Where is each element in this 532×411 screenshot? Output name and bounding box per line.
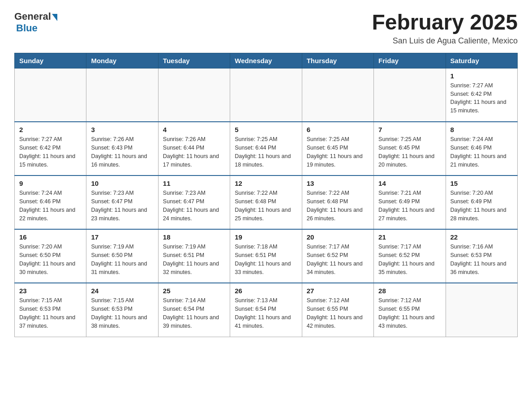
calendar-cell	[158, 68, 230, 122]
day-info: Sunrise: 7:25 AMSunset: 6:45 PMDaylight:…	[378, 135, 441, 169]
day-number: 16	[19, 233, 82, 241]
day-info: Sunrise: 7:22 AMSunset: 6:48 PMDaylight:…	[235, 189, 297, 223]
day-number: 26	[235, 287, 297, 295]
calendar-cell: 13Sunrise: 7:22 AMSunset: 6:48 PMDayligh…	[302, 176, 373, 229]
calendar-cell: 25Sunrise: 7:14 AMSunset: 6:54 PMDayligh…	[158, 283, 230, 337]
weekday-header-wednesday: Wednesday	[230, 53, 302, 68]
day-number: 5	[235, 126, 297, 133]
weekday-header-saturday: Saturday	[446, 53, 517, 68]
calendar-cell: 16Sunrise: 7:20 AMSunset: 6:50 PMDayligh…	[15, 229, 86, 283]
calendar-cell: 19Sunrise: 7:18 AMSunset: 6:51 PMDayligh…	[230, 229, 302, 283]
calendar-cell: 26Sunrise: 7:13 AMSunset: 6:54 PMDayligh…	[230, 283, 302, 337]
logo: General Blue	[14, 11, 57, 34]
day-info: Sunrise: 7:16 AMSunset: 6:53 PMDaylight:…	[450, 243, 513, 276]
day-number: 1	[450, 72, 513, 80]
month-title: February 2025	[372, 11, 518, 34]
calendar-cell	[86, 68, 158, 122]
weekday-header-monday: Monday	[86, 53, 158, 68]
day-info: Sunrise: 7:25 AMSunset: 6:44 PMDaylight:…	[235, 135, 297, 169]
day-info: Sunrise: 7:24 AMSunset: 6:46 PMDaylight:…	[450, 135, 513, 169]
calendar-cell: 18Sunrise: 7:19 AMSunset: 6:51 PMDayligh…	[158, 229, 230, 283]
calendar-cell	[302, 68, 373, 122]
day-info: Sunrise: 7:26 AMSunset: 6:44 PMDaylight:…	[163, 135, 225, 169]
logo-blue-text: Blue	[16, 22, 38, 34]
day-number: 22	[450, 233, 513, 241]
calendar-cell: 5Sunrise: 7:25 AMSunset: 6:44 PMDaylight…	[230, 122, 302, 176]
day-number: 9	[19, 180, 82, 187]
day-number: 19	[235, 233, 297, 241]
logo-arrow-icon	[52, 14, 57, 21]
day-info: Sunrise: 7:24 AMSunset: 6:46 PMDaylight:…	[19, 189, 82, 223]
day-number: 3	[91, 126, 153, 133]
calendar-cell: 22Sunrise: 7:16 AMSunset: 6:53 PMDayligh…	[446, 229, 517, 283]
day-number: 28	[378, 287, 441, 295]
calendar-cell: 8Sunrise: 7:24 AMSunset: 6:46 PMDaylight…	[446, 122, 517, 176]
day-info: Sunrise: 7:20 AMSunset: 6:50 PMDaylight:…	[19, 243, 82, 276]
calendar-cell: 1Sunrise: 7:27 AMSunset: 6:42 PMDaylight…	[446, 68, 517, 122]
day-number: 13	[307, 180, 369, 187]
day-info: Sunrise: 7:23 AMSunset: 6:47 PMDaylight:…	[91, 189, 153, 223]
calendar-cell: 12Sunrise: 7:22 AMSunset: 6:48 PMDayligh…	[230, 176, 302, 229]
calendar-cell	[230, 68, 302, 122]
day-number: 7	[378, 126, 441, 133]
calendar-cell: 11Sunrise: 7:23 AMSunset: 6:47 PMDayligh…	[158, 176, 230, 229]
calendar-cell: 4Sunrise: 7:26 AMSunset: 6:44 PMDaylight…	[158, 122, 230, 176]
calendar-cell: 14Sunrise: 7:21 AMSunset: 6:49 PMDayligh…	[374, 176, 446, 229]
day-number: 20	[307, 233, 369, 241]
day-info: Sunrise: 7:14 AMSunset: 6:54 PMDaylight:…	[163, 296, 225, 330]
calendar-cell: 10Sunrise: 7:23 AMSunset: 6:47 PMDayligh…	[86, 176, 158, 229]
day-info: Sunrise: 7:13 AMSunset: 6:54 PMDaylight:…	[235, 296, 297, 330]
day-info: Sunrise: 7:21 AMSunset: 6:49 PMDaylight:…	[378, 189, 441, 223]
calendar-cell: 17Sunrise: 7:19 AMSunset: 6:50 PMDayligh…	[86, 229, 158, 283]
calendar-cell	[446, 283, 517, 337]
day-number: 8	[450, 126, 513, 133]
calendar-cell: 27Sunrise: 7:12 AMSunset: 6:55 PMDayligh…	[302, 283, 373, 337]
weekday-header-tuesday: Tuesday	[158, 53, 230, 68]
day-number: 10	[91, 180, 153, 187]
calendar-cell: 24Sunrise: 7:15 AMSunset: 6:53 PMDayligh…	[86, 283, 158, 337]
day-info: Sunrise: 7:27 AMSunset: 6:42 PMDaylight:…	[19, 135, 82, 169]
calendar-cell: 21Sunrise: 7:17 AMSunset: 6:52 PMDayligh…	[374, 229, 446, 283]
day-number: 27	[307, 287, 369, 295]
day-number: 21	[378, 233, 441, 241]
day-info: Sunrise: 7:12 AMSunset: 6:55 PMDaylight:…	[307, 296, 369, 330]
calendar-cell: 15Sunrise: 7:20 AMSunset: 6:49 PMDayligh…	[446, 176, 517, 229]
calendar-table: SundayMondayTuesdayWednesdayThursdayFrid…	[14, 53, 518, 337]
day-number: 15	[450, 180, 513, 187]
logo-general-text: General	[14, 11, 51, 22]
day-number: 6	[307, 126, 369, 133]
day-number: 12	[235, 180, 297, 187]
day-info: Sunrise: 7:17 AMSunset: 6:52 PMDaylight:…	[307, 243, 369, 276]
day-info: Sunrise: 7:20 AMSunset: 6:49 PMDaylight:…	[450, 189, 513, 223]
page-header: General Blue February 2025 San Luis de A…	[14, 11, 518, 46]
calendar-cell: 28Sunrise: 7:12 AMSunset: 6:55 PMDayligh…	[374, 283, 446, 337]
calendar-cell: 6Sunrise: 7:25 AMSunset: 6:45 PMDaylight…	[302, 122, 373, 176]
weekday-header-thursday: Thursday	[302, 53, 373, 68]
week-row-1: 1Sunrise: 7:27 AMSunset: 6:42 PMDaylight…	[15, 68, 518, 122]
weekday-header-sunday: Sunday	[15, 53, 86, 68]
day-info: Sunrise: 7:17 AMSunset: 6:52 PMDaylight:…	[378, 243, 441, 276]
day-number: 11	[163, 180, 225, 187]
day-number: 2	[19, 126, 82, 133]
day-info: Sunrise: 7:19 AMSunset: 6:50 PMDaylight:…	[91, 243, 153, 276]
day-info: Sunrise: 7:15 AMSunset: 6:53 PMDaylight:…	[19, 296, 82, 330]
day-number: 23	[19, 287, 82, 295]
week-row-4: 16Sunrise: 7:20 AMSunset: 6:50 PMDayligh…	[15, 229, 518, 283]
week-row-2: 2Sunrise: 7:27 AMSunset: 6:42 PMDaylight…	[15, 122, 518, 176]
day-number: 18	[163, 233, 225, 241]
day-number: 25	[163, 287, 225, 295]
day-info: Sunrise: 7:25 AMSunset: 6:45 PMDaylight:…	[307, 135, 369, 169]
day-info: Sunrise: 7:18 AMSunset: 6:51 PMDaylight:…	[235, 243, 297, 276]
week-row-3: 9Sunrise: 7:24 AMSunset: 6:46 PMDaylight…	[15, 176, 518, 229]
day-number: 4	[163, 126, 225, 133]
day-info: Sunrise: 7:27 AMSunset: 6:42 PMDaylight:…	[450, 81, 513, 115]
day-number: 24	[91, 287, 153, 295]
title-block: February 2025 San Luis de Agua Caliente,…	[372, 11, 518, 46]
week-row-5: 23Sunrise: 7:15 AMSunset: 6:53 PMDayligh…	[15, 283, 518, 337]
calendar-cell: 2Sunrise: 7:27 AMSunset: 6:42 PMDaylight…	[15, 122, 86, 176]
day-number: 14	[378, 180, 441, 187]
day-info: Sunrise: 7:22 AMSunset: 6:48 PMDaylight:…	[307, 189, 369, 223]
day-info: Sunrise: 7:12 AMSunset: 6:55 PMDaylight:…	[378, 296, 441, 330]
weekday-header-row: SundayMondayTuesdayWednesdayThursdayFrid…	[15, 53, 518, 68]
location-text: San Luis de Agua Caliente, Mexico	[372, 36, 518, 46]
